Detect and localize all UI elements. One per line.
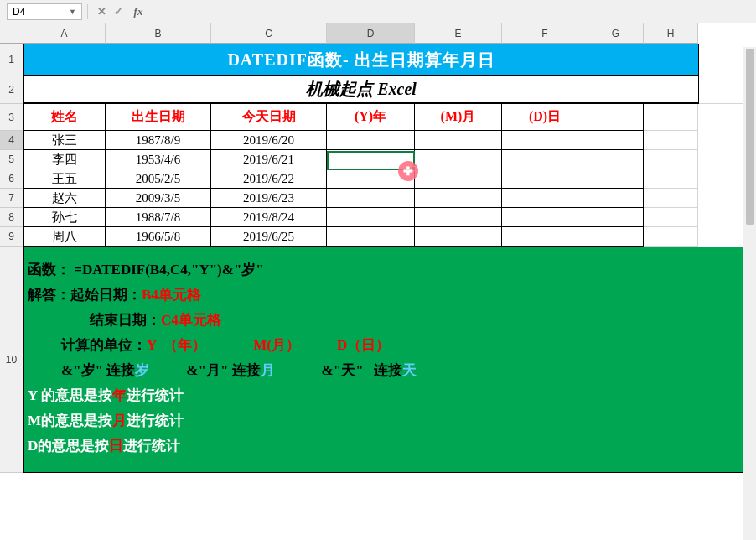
row-header-9[interactable]: 9	[0, 227, 23, 247]
scrollbar-thumb[interactable]	[746, 49, 754, 225]
cell-today[interactable]: 2019/8/24	[211, 208, 327, 227]
explain-end-ref: C4单元格	[161, 312, 221, 328]
explain-tian-concat: &"天"	[322, 362, 364, 378]
cell-today[interactable]: 2019/6/22	[211, 169, 327, 189]
cell[interactable]	[644, 131, 698, 150]
cell[interactable]	[644, 150, 698, 169]
cell[interactable]	[588, 104, 644, 131]
cell-birth[interactable]: 1966/5/8	[106, 227, 211, 247]
row-headers: 1 2 3 4 5 6 7 8 9 10	[0, 44, 23, 473]
row-header-3[interactable]: 3	[0, 104, 23, 131]
cell-day[interactable]	[502, 208, 588, 227]
row-header-2[interactable]: 2	[0, 75, 23, 104]
cell-birth[interactable]: 1953/4/6	[106, 150, 211, 169]
title-cell[interactable]: DATEDIF函数- 出生日期算年月日	[23, 44, 699, 75]
explain-start-label: 起始日期：	[70, 287, 142, 303]
col-header-D[interactable]: D	[327, 23, 415, 44]
explain-D-mean-c: 进行统计	[123, 438, 180, 454]
cell-name[interactable]: 李四	[23, 150, 106, 169]
col-header-A[interactable]: A	[23, 23, 106, 44]
row-header-4[interactable]: 4	[0, 131, 23, 150]
cell[interactable]	[644, 227, 698, 247]
explain-sui-concat: &"岁"	[61, 362, 103, 378]
cell-year[interactable]	[327, 150, 415, 169]
cell-name[interactable]: 赵六	[23, 189, 106, 208]
subtitle-row[interactable]: 机械起点 Excel	[23, 75, 753, 104]
cell-month[interactable]	[415, 208, 502, 227]
header-today[interactable]: 今天日期	[211, 104, 327, 131]
explain-yue: 月	[261, 362, 275, 378]
cell-year[interactable]	[327, 131, 415, 150]
cell-month[interactable]	[415, 131, 502, 150]
col-header-F[interactable]: F	[502, 23, 588, 44]
cell-today[interactable]: 2019/6/23	[211, 189, 327, 208]
cell[interactable]	[588, 227, 644, 247]
cell-year[interactable]	[327, 169, 415, 189]
cell-day[interactable]	[502, 189, 588, 208]
column-headers: A B C D E F G H	[23, 23, 698, 44]
cell-today[interactable]: 2019/6/20	[211, 131, 327, 150]
confirm-button[interactable]: ✓	[110, 3, 127, 20]
cell-birth[interactable]: 1988/7/8	[106, 208, 211, 227]
row-header-1[interactable]: 1	[0, 44, 23, 75]
row-header-7[interactable]: 7	[0, 189, 23, 208]
header-day[interactable]: (D)日	[502, 104, 588, 131]
cell-today[interactable]: 2019/6/21	[211, 150, 327, 169]
chevron-down-icon[interactable]: ▼	[69, 8, 76, 16]
cell-year[interactable]	[327, 208, 415, 227]
explanation-box[interactable]: 函数： =DATEDIF(B4,C4,"Y")&"岁" 解答：起始日期：B4单元…	[23, 247, 753, 473]
header-year[interactable]: (Y)年	[327, 104, 415, 131]
cell-birth[interactable]: 1987/8/9	[106, 131, 211, 150]
cell-name[interactable]: 孙七	[23, 208, 106, 227]
header-month[interactable]: (M)月	[415, 104, 502, 131]
row-header-10[interactable]: 10	[0, 247, 23, 473]
explain-M-mean-b: 月	[112, 413, 127, 428]
row-header-5[interactable]: 5	[0, 150, 23, 169]
cell-year[interactable]	[327, 227, 415, 247]
cell-birth[interactable]: 2005/2/5	[106, 169, 211, 189]
cancel-button[interactable]: ✕	[93, 3, 110, 20]
col-header-C[interactable]: C	[211, 23, 327, 44]
explain-M-mean-c: 进行统计	[127, 413, 184, 428]
fx-button[interactable]: fx	[130, 3, 147, 20]
explain-D-mean-b: 日	[109, 438, 123, 454]
row-header-8[interactable]: 8	[0, 208, 23, 227]
cell[interactable]	[588, 169, 644, 189]
vertical-scrollbar[interactable]	[743, 47, 756, 540]
cell-name[interactable]: 周八	[23, 227, 106, 247]
cell[interactable]	[644, 189, 698, 208]
header-name[interactable]: 姓名	[23, 104, 106, 131]
cell-birth[interactable]: 2009/3/5	[106, 189, 211, 208]
formula-bar-toolbar: D4 ▼ ✕ ✓ fx	[0, 0, 756, 23]
col-header-E[interactable]: E	[415, 23, 502, 44]
col-header-H[interactable]: H	[644, 23, 698, 44]
cell-month[interactable]	[415, 150, 502, 169]
cell-month[interactable]	[415, 227, 502, 247]
cell[interactable]	[588, 208, 644, 227]
select-all-corner[interactable]	[0, 23, 23, 44]
cell-day[interactable]	[502, 150, 588, 169]
formula-input[interactable]	[152, 3, 749, 20]
cell[interactable]	[588, 150, 644, 169]
grid[interactable]: DATEDIF函数- 出生日期算年月日 机械起点 Excel 姓名 出生日期 今…	[23, 44, 753, 473]
header-birth[interactable]: 出生日期	[106, 104, 211, 131]
col-header-G[interactable]: G	[588, 23, 644, 44]
cell-month[interactable]	[415, 169, 502, 189]
name-box[interactable]: D4 ▼	[7, 3, 82, 20]
cell-day[interactable]	[502, 227, 588, 247]
cell-name[interactable]: 王五	[23, 169, 106, 189]
cell[interactable]	[588, 131, 644, 150]
cell-name[interactable]: 张三	[23, 131, 106, 150]
cell[interactable]	[644, 208, 698, 227]
cell[interactable]	[644, 169, 698, 189]
cell-year[interactable]	[327, 189, 415, 208]
subtitle-cell: 机械起点 Excel	[23, 75, 699, 104]
cell-day[interactable]	[502, 169, 588, 189]
cell-month[interactable]	[415, 189, 502, 208]
cell[interactable]	[644, 104, 698, 131]
cell-day[interactable]	[502, 131, 588, 150]
col-header-B[interactable]: B	[106, 23, 211, 44]
row-header-6[interactable]: 6	[0, 169, 23, 189]
cell[interactable]	[588, 189, 644, 208]
cell-today[interactable]: 2019/6/25	[211, 227, 327, 247]
